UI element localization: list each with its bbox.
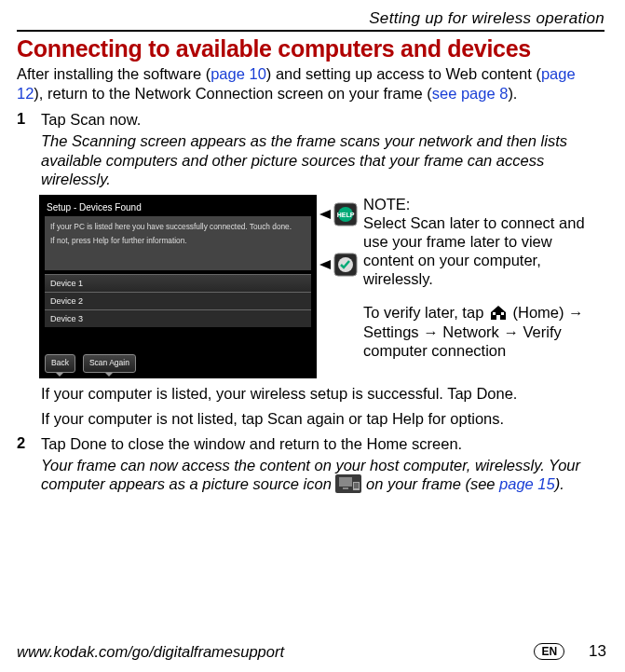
- step-2-result: Your frame can now access the content on…: [41, 456, 605, 498]
- svg-marker-0: [319, 210, 331, 219]
- step-1-text: Tap Scan now.: [41, 110, 605, 130]
- back-label: Back: [51, 358, 69, 367]
- divider: [17, 30, 605, 32]
- language-badge: EN: [534, 643, 564, 660]
- step-1-number: 1: [17, 110, 28, 130]
- svg-marker-4: [319, 260, 331, 269]
- footer-url: www.kodak.com/go/digitalframesupport: [17, 643, 284, 661]
- device-row-1[interactable]: Device 1: [45, 274, 311, 292]
- home-icon: [488, 304, 513, 321]
- shot-msg-line1: If your PC is listed here you have succe…: [50, 222, 306, 232]
- figure-row: Setup - Devices Found If your PC is list…: [39, 195, 605, 378]
- svg-rect-7: [493, 312, 496, 315]
- back-button[interactable]: Back: [45, 354, 75, 373]
- shot-title: Setup - Devices Found: [45, 200, 311, 216]
- text: ) and setting up access to Web content (: [266, 65, 541, 82]
- device-list: Device 1 Device 2 Device 3: [45, 274, 311, 327]
- step-1: 1 Tap Scan now.: [17, 110, 605, 130]
- step-2: 2 Tap Done to close the window and retur…: [17, 434, 605, 454]
- help-icon: HELP: [333, 202, 358, 226]
- page-footer: www.kodak.com/go/digitalframesupport EN …: [17, 642, 606, 661]
- svg-text:HELP: HELP: [337, 212, 355, 218]
- device-row-2[interactable]: Device 2: [45, 292, 311, 309]
- callout-help: HELP: [319, 202, 358, 226]
- section-header: Setting up for wireless operation: [17, 9, 605, 30]
- page-title: Connecting to available computers and de…: [17, 35, 605, 62]
- intro-paragraph: After installing the software (page 10) …: [17, 64, 605, 103]
- s2-mid: on your frame (see: [366, 475, 499, 492]
- step-2-number: 2: [17, 434, 28, 454]
- note-label: NOTE:: [363, 196, 410, 213]
- text: ), return to the Network Connection scre…: [34, 85, 431, 102]
- device-row-3[interactable]: Device 3: [45, 309, 311, 327]
- pc-source-icon: [335, 474, 361, 498]
- svg-rect-11: [343, 487, 348, 489]
- svg-rect-8: [501, 312, 504, 315]
- side-notes: NOTE: Select Scan later to connect and u…: [324, 195, 605, 378]
- page-number: 13: [589, 642, 606, 661]
- s2-post: ).: [555, 475, 564, 492]
- step-1-result: The Scanning screen appears as the frame…: [41, 131, 605, 189]
- text: After installing the software (: [17, 65, 211, 82]
- note-text: Select Scan later to connect and use you…: [363, 214, 585, 287]
- link-page-15[interactable]: page 15: [499, 475, 555, 492]
- scan-again-button[interactable]: Scan Again: [83, 354, 136, 373]
- link-see-page-8[interactable]: see page 8: [432, 85, 509, 102]
- svg-rect-10: [339, 477, 352, 487]
- link-page-10[interactable]: page 10: [211, 65, 266, 82]
- step-2-text: Tap Done to close the window and return …: [41, 434, 605, 454]
- callout-done: [319, 253, 358, 277]
- device-screenshot: Setup - Devices Found If your PC is list…: [39, 195, 317, 378]
- shot-message: If your PC is listed here you have succe…: [45, 216, 311, 270]
- svg-rect-13: [354, 483, 359, 488]
- check-icon: [333, 253, 358, 277]
- result-listed: If your computer is listed, your wireles…: [41, 384, 605, 404]
- after-figure-text: If your computer is listed, your wireles…: [41, 384, 605, 429]
- result-not-listed: If your computer is not listed, tap Scan…: [41, 409, 605, 429]
- text: ).: [508, 85, 517, 102]
- shot-msg-line2: If not, press Help for further informati…: [50, 236, 306, 246]
- verify-pre: To verify later, tap: [363, 304, 488, 321]
- scan-again-label: Scan Again: [89, 358, 129, 367]
